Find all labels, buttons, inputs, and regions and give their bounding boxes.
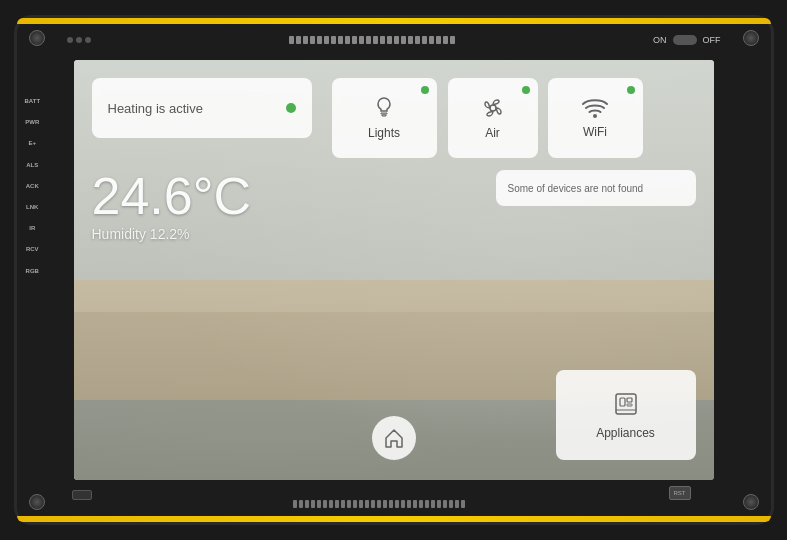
home-icon [383, 427, 405, 449]
bottom-pin [323, 500, 327, 508]
appliances-widget[interactable]: Appliances [556, 370, 696, 460]
wifi-label: WiFi [583, 125, 607, 139]
bottom-pin [347, 500, 351, 508]
usb-port [72, 490, 92, 500]
bottom-pin [437, 500, 441, 508]
switch-off-label: OFF [703, 35, 721, 45]
bottom-pin [383, 500, 387, 508]
dot-3 [85, 37, 91, 43]
svg-point-1 [593, 114, 597, 118]
air-label: Air [485, 126, 500, 140]
lights-widget[interactable]: Lights [332, 78, 437, 158]
heating-widget[interactable]: Heating is active [92, 78, 312, 138]
appliances-icon [612, 390, 640, 418]
switch-track[interactable] [673, 35, 697, 45]
pin [380, 36, 385, 44]
top-bar: ON OFF [67, 26, 721, 54]
pin [331, 36, 336, 44]
bottom-pin [305, 500, 309, 508]
power-switch[interactable]: ON OFF [653, 35, 721, 45]
bottom-pin [317, 500, 321, 508]
left-labels: BATT PWR E+ ALS ACK LNK IR RCV RGB [25, 98, 41, 275]
label-rgb: RGB [25, 268, 41, 275]
pin-header-top [289, 36, 455, 44]
pin [408, 36, 413, 44]
pin [443, 36, 448, 44]
pin [394, 36, 399, 44]
air-status-dot [522, 86, 530, 94]
bottom-pin [377, 500, 381, 508]
svg-rect-4 [627, 398, 632, 402]
bottom-pin [299, 500, 303, 508]
bottom-pin [353, 500, 357, 508]
bottom-pin [443, 500, 447, 508]
svg-rect-2 [616, 394, 636, 414]
dot-1 [67, 37, 73, 43]
pin [310, 36, 315, 44]
devices-warning-widget: Some of devices are not found [496, 170, 696, 206]
svg-point-0 [490, 105, 496, 111]
bottom-pin [455, 500, 459, 508]
bottom-pin [425, 500, 429, 508]
pin [359, 36, 364, 44]
home-button[interactable] [372, 416, 416, 460]
screw-bottom-left [29, 494, 45, 510]
pin [338, 36, 343, 44]
bottom-pin [407, 500, 411, 508]
pin [366, 36, 371, 44]
air-icon [481, 96, 505, 120]
bottom-pin [401, 500, 405, 508]
device-board: ON OFF BATT PWR E+ ALS ACK LNK IR RCV RG… [14, 15, 774, 525]
bottom-pin [329, 500, 333, 508]
pin [373, 36, 378, 44]
bottom-pin [293, 500, 297, 508]
screw-bottom-right [743, 494, 759, 510]
pin [324, 36, 329, 44]
bottom-pin [341, 500, 345, 508]
label-eplus: E+ [25, 140, 41, 147]
screw-top-left [29, 30, 45, 46]
pin [303, 36, 308, 44]
bottom-pin [359, 500, 363, 508]
bottom-pin [431, 500, 435, 508]
heating-status-text: Heating is active [108, 101, 274, 116]
label-ir: IR [25, 225, 41, 232]
dot-2 [76, 37, 82, 43]
wifi-icon [581, 97, 609, 119]
rst-button[interactable]: RST [669, 486, 691, 500]
bottom-pin [371, 500, 375, 508]
wifi-widget[interactable]: WiFi [548, 78, 643, 158]
pin [296, 36, 301, 44]
rst-label: RST [674, 490, 686, 496]
pin [401, 36, 406, 44]
bottom-pin [449, 500, 453, 508]
bottom-pin-header [117, 500, 641, 508]
wifi-status-dot [627, 86, 635, 94]
label-ack: ACK [25, 183, 41, 190]
lightbulb-icon [372, 96, 396, 120]
pin [422, 36, 427, 44]
label-rcv: RCV [25, 246, 41, 253]
bottom-pin [335, 500, 339, 508]
bottom-pin [365, 500, 369, 508]
pin [415, 36, 420, 44]
bottom-pin [461, 500, 465, 508]
screw-top-right [743, 30, 759, 46]
svg-rect-3 [620, 398, 625, 406]
devices-warning-text: Some of devices are not found [508, 183, 644, 194]
pin [387, 36, 392, 44]
pin [450, 36, 455, 44]
temperature-display: 24.6°C Humidity 12.2% [92, 170, 252, 242]
bottom-pin [395, 500, 399, 508]
pin [345, 36, 350, 44]
air-widget[interactable]: Air [448, 78, 538, 158]
pin [352, 36, 357, 44]
bottom-pin [413, 500, 417, 508]
bottom-pin [419, 500, 423, 508]
pin [429, 36, 434, 44]
pin [436, 36, 441, 44]
switch-on-label: ON [653, 35, 667, 45]
bottom-pin [311, 500, 315, 508]
heating-status-dot [286, 103, 296, 113]
pin [317, 36, 322, 44]
